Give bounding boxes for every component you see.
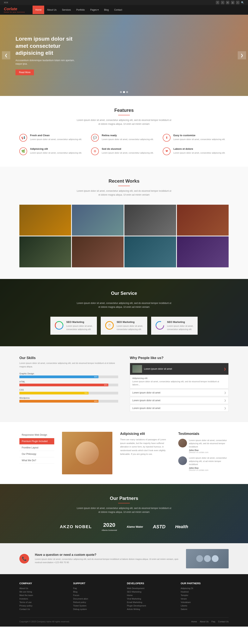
footer-link-support-4[interactable]: Document ation bbox=[73, 598, 121, 600]
footer-link-dev-7[interactable]: Article Writing bbox=[127, 608, 175, 610]
rss-icon[interactable]: r bbox=[236, 1, 239, 4]
hero-cta-button[interactable]: Read More bbox=[16, 70, 34, 75]
footer-link-partner-5[interactable]: Volutabam bbox=[181, 601, 229, 604]
about-menu-item-2[interactable]: Premium Plugin Included bbox=[19, 438, 54, 444]
footer-link-partner-3[interactable]: Templor bbox=[181, 594, 229, 596]
footer-link-support-6[interactable]: Ticket System bbox=[73, 604, 121, 607]
footer-link-dev-2[interactable]: SEO Marketing bbox=[127, 590, 175, 593]
footer-nav-faq[interactable]: Faq bbox=[212, 620, 215, 623]
footer-link-support-1[interactable]: Faq bbox=[73, 587, 121, 590]
footer-link-dev-4[interactable]: Viral Marketing bbox=[127, 598, 175, 600]
skill-pct-1: 80% bbox=[94, 376, 98, 378]
our-service-title: Our Service bbox=[19, 290, 229, 296]
partner-alamo: Alamo Water bbox=[127, 525, 143, 528]
hero-prev-button[interactable]: ❮ bbox=[2, 51, 10, 60]
hero-dot-1[interactable] bbox=[120, 91, 122, 93]
hero-title: Lorem ipsum dolor sit amet consectetur a… bbox=[16, 36, 81, 56]
work-item-6[interactable] bbox=[72, 236, 123, 267]
footer-link-company-5[interactable]: Terms of use bbox=[19, 601, 67, 604]
footer-link-support-5[interactable]: Refund policy bbox=[73, 601, 121, 604]
footer-link-company-7[interactable]: Contact Us bbox=[19, 608, 67, 610]
why-people-title: Why People like us? bbox=[130, 356, 229, 360]
hero-section: ❮ Lorem ipsum dolor sit amet consectetur… bbox=[0, 15, 248, 96]
footer-link-company-2[interactable]: We are hiring bbox=[19, 590, 67, 593]
why-item-header-active[interactable]: Lorem ipsum dolor sit amet ❯ bbox=[130, 363, 228, 375]
nav-blog[interactable]: Blog bbox=[101, 6, 111, 14]
logo-sub: theme for your business bbox=[4, 11, 25, 13]
footer-link-company-3[interactable]: Meet the team bbox=[19, 594, 67, 596]
top-bar-left: XXX bbox=[4, 1, 8, 4]
footer-link-dev-3[interactable]: Home bbox=[127, 594, 175, 596]
footer-nav-home[interactable]: Home bbox=[191, 620, 197, 623]
work-item-4[interactable] bbox=[177, 205, 229, 236]
cta-text-wrap: Have a question or need a custom quote? … bbox=[35, 553, 180, 564]
feature-item-4: 🌿 Adipisicing elit Lorem ipsum dolor sit… bbox=[19, 148, 85, 155]
footer-link-company-1[interactable]: About Us bbox=[19, 587, 67, 590]
partner-2020-name: 2020 bbox=[101, 522, 117, 528]
why-simple-arrow-1: ❯ bbox=[224, 391, 226, 394]
work-item-2[interactable] bbox=[72, 205, 123, 236]
footer-link-support-2[interactable]: Blog bbox=[73, 590, 121, 593]
skill-fill-2: 90% bbox=[19, 384, 108, 386]
search-icon[interactable]: 🔍 bbox=[241, 1, 244, 4]
footer-link-partner-1[interactable]: Adipiscing Dt bbox=[181, 587, 229, 590]
partner-astd-name: ASTD bbox=[153, 524, 166, 529]
footer-link-partner-6[interactable]: Liberto bbox=[181, 604, 229, 607]
feature-title-6: Labore et dolore bbox=[173, 148, 225, 150]
facebook-icon[interactable]: f bbox=[216, 1, 219, 4]
testimonial-role-1: Director of corlate.com bbox=[189, 451, 229, 454]
cta-text: Lorem ipsum dolor sit amet, consectetur … bbox=[35, 558, 180, 564]
footer-col-title-company: COMPANY bbox=[19, 582, 67, 585]
why-simple-1[interactable]: Lorem ipsum dolor sit amet ❯ bbox=[130, 389, 229, 396]
work-item-7[interactable] bbox=[125, 236, 176, 267]
footer-nav-about[interactable]: About Us bbox=[200, 620, 208, 623]
footer-link-dev-5[interactable]: Email Marketing bbox=[127, 601, 175, 604]
why-simple-arrow-2: ❯ bbox=[224, 399, 226, 402]
why-simple-3[interactable]: Lorem ipsum dolor sit amet ❯ bbox=[130, 405, 229, 412]
footer-link-dev-6[interactable]: Plugin Development bbox=[127, 604, 175, 607]
our-service-bg bbox=[0, 279, 248, 346]
feature-item-6: ❤ Labore et dolore Lorem ipsum dolor sit… bbox=[163, 148, 229, 155]
feature-icon-6: ❤ bbox=[163, 148, 171, 155]
about-menu-item-5[interactable]: What We Do? bbox=[19, 457, 54, 464]
nav-about[interactable]: About Us bbox=[44, 6, 59, 14]
googleplus-icon[interactable]: g bbox=[231, 1, 234, 4]
footer-col-title-developers: DEVELOPERS bbox=[127, 582, 175, 585]
footer-link-company-6[interactable]: Privacy policy bbox=[19, 604, 67, 607]
work-item-8[interactable] bbox=[177, 236, 229, 267]
why-simple-2[interactable]: Lorem ipsum dolor sit amet ❯ bbox=[130, 397, 229, 404]
hero-dot-2[interactable] bbox=[123, 91, 125, 93]
about-menu-item-3[interactable]: Frontline Layout bbox=[19, 444, 54, 451]
nav-portfolio[interactable]: Portfolio bbox=[74, 6, 88, 14]
partners-title: Our Partners bbox=[19, 496, 229, 501]
hero-next-button[interactable]: ❯ bbox=[238, 51, 246, 60]
partner-akzo-name: AKZO NOBEL bbox=[60, 524, 92, 529]
footer-link-support-3[interactable]: Forum bbox=[73, 594, 121, 596]
partner-health-name: Health bbox=[175, 524, 188, 529]
linkedin-icon[interactable]: in bbox=[226, 1, 229, 4]
nav-home[interactable]: Home bbox=[33, 6, 44, 14]
work-item-5[interactable] bbox=[19, 236, 71, 267]
hero-dot-3[interactable] bbox=[126, 91, 128, 93]
footer-link-support-7[interactable]: Debug system bbox=[73, 608, 121, 610]
footer-nav-contact[interactable]: Contact Us bbox=[218, 620, 229, 623]
why-simple-text-2: Lorem ipsum dolor sit amet bbox=[132, 399, 160, 402]
footer-link-partner-4[interactable]: Veram bbox=[181, 598, 229, 600]
logo-text: Corlate bbox=[4, 7, 17, 11]
why-item-text-active: Lorem ipsum dolor sit amet bbox=[144, 368, 172, 370]
recent-works-divider bbox=[118, 186, 130, 186]
nav-items: Home About Us Services Portfolio Pages ▾… bbox=[33, 6, 125, 14]
about-menu-item-4[interactable]: Our Philosopy bbox=[19, 451, 54, 457]
footer-link-partner-2[interactable]: Hoahest bbox=[181, 590, 229, 593]
work-item-3[interactable] bbox=[125, 205, 176, 236]
about-menu-item-1[interactable]: Responsive Web Design bbox=[19, 432, 54, 438]
footer-link-dev-1[interactable]: Web Development bbox=[127, 587, 175, 590]
twitter-icon[interactable]: t bbox=[221, 1, 224, 4]
work-item-1[interactable] bbox=[19, 205, 71, 236]
footer-link-partner-7[interactable]: Salomi bbox=[181, 608, 229, 610]
nav-pages[interactable]: Pages ▾ bbox=[88, 6, 101, 14]
nav-contact[interactable]: Contact bbox=[111, 6, 125, 14]
feature-content-3: Easy to customize Lorem ipsum dolor sit … bbox=[173, 134, 225, 141]
footer-link-company-4[interactable]: Investors bbox=[19, 598, 67, 600]
nav-services[interactable]: Services bbox=[59, 6, 74, 14]
